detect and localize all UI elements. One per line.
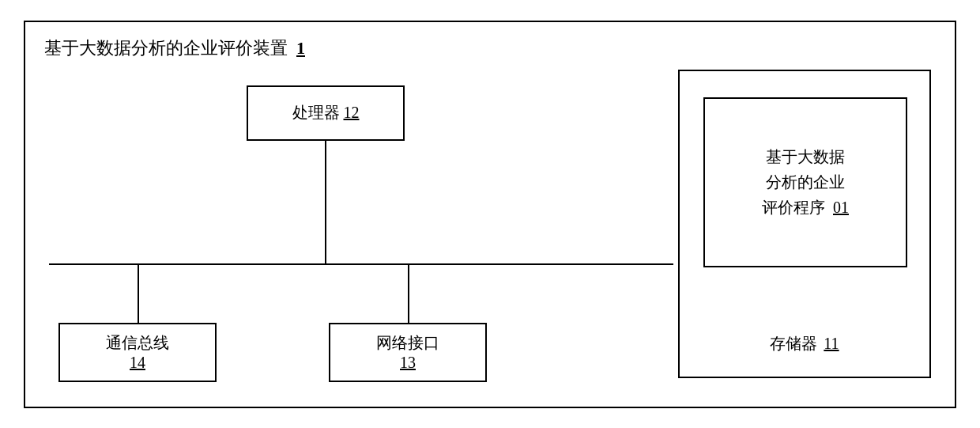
vertical-line-network	[408, 263, 409, 323]
main-title-text: 基于大数据分析的企业评价装置	[44, 38, 288, 58]
bus-label: 通信总线	[106, 332, 169, 354]
program-text: 基于大数据 分析的企业 评价程序 01	[762, 144, 849, 220]
program-inner-box: 基于大数据 分析的企业 评价程序 01	[703, 97, 907, 267]
network-number: 13	[400, 354, 416, 372]
bus-box: 通信总线 14	[58, 323, 217, 382]
main-title: 基于大数据分析的企业评价装置 1	[44, 36, 305, 60]
diagram-container: 基于大数据分析的企业评价装置 1 处理器 12 存储器 11 基于大数据 分析的…	[24, 21, 956, 408]
bus-number: 14	[130, 354, 145, 372]
processor-box: 处理器 12	[247, 85, 405, 141]
main-title-number: 1	[296, 38, 305, 58]
vertical-line-processor	[325, 141, 326, 265]
horizontal-line	[49, 263, 673, 265]
vertical-line-bus	[138, 263, 139, 323]
network-label: 网络接口	[376, 332, 439, 354]
processor-label: 处理器 12	[292, 102, 360, 123]
network-box: 网络接口 13	[329, 323, 487, 382]
memory-label: 存储器 11	[770, 333, 839, 354]
